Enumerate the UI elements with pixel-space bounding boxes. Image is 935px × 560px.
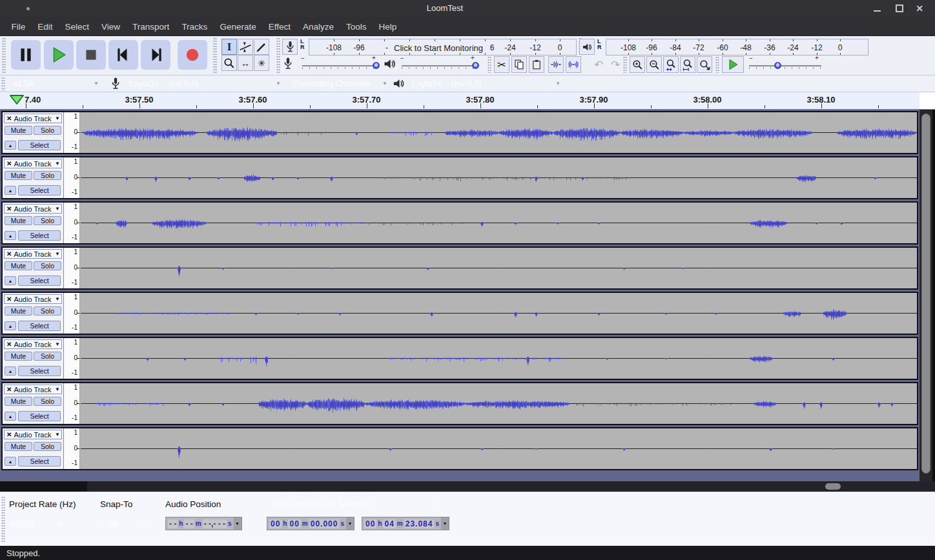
solo-button[interactable]: Solo [34,352,61,361]
playback-device-dropdown-icon[interactable]: ▼ [555,81,560,86]
selection-toolbar-grip[interactable] [1,496,5,543]
track-title-bar[interactable]: ✕Audio Track▼ [4,385,62,394]
menu-tracks[interactable]: Tracks [176,17,214,36]
mute-button[interactable]: Mute [5,171,32,180]
select-button[interactable]: Select [18,275,61,286]
speaker-volume-knob[interactable] [472,62,479,69]
cut-button[interactable]: ✂ [494,56,509,73]
selection-tool-button[interactable]: I [221,39,237,55]
collapse-button[interactable]: ▲ [5,412,16,421]
mute-button[interactable]: Mute [5,306,32,315]
horizontal-scrollbar[interactable] [0,481,935,492]
zoom-in-button[interactable] [630,56,645,73]
mute-button[interactable]: Mute [5,442,32,451]
recording-device-select[interactable]: Layla24: - (hw:0,0) [129,79,199,88]
selection-start-hours[interactable]: 00 [269,519,282,528]
track-title-bar[interactable]: ✕Audio Track▼ [4,249,62,259]
track-name-menu[interactable]: Audio Track [14,386,55,394]
recording-channels-select[interactable]: (Recording Channels [292,79,371,88]
solo-button[interactable]: Solo [34,216,61,225]
timeline-ruler[interactable]: 7.40 3:57.503:57.603:57.703:57.803:57.90… [0,92,935,110]
select-button[interactable]: Select [18,366,61,376]
play-speed-slider[interactable] [749,65,821,66]
mute-button[interactable]: Mute [5,126,32,135]
envelope-tool-button[interactable] [238,39,253,55]
track-name-menu[interactable]: Audio Track [14,431,55,439]
skip-to-start-button[interactable] [108,40,138,70]
stop-button[interactable] [76,40,106,70]
zoom-fit-button[interactable] [680,56,695,73]
waveform-canvas[interactable] [81,248,917,288]
timeshift-tool-button[interactable]: ↔ [238,55,253,71]
record-meter-button[interactable] [282,39,298,55]
menu-help[interactable]: Help [373,17,403,36]
menu-generate[interactable]: Generate [214,17,262,36]
play-at-speed-button[interactable] [722,56,744,73]
horizontal-scrollbar-thumb[interactable] [825,483,841,490]
vertical-scrollbar-thumb[interactable] [921,114,930,474]
track-name-menu[interactable]: Audio Track [14,205,55,213]
collapse-button[interactable]: ▲ [5,457,16,466]
track-menu-dropdown-icon[interactable]: ▼ [55,432,61,437]
vertical-scrollbar[interactable] [920,110,932,481]
selection-start-minutes[interactable]: 00 [288,519,300,528]
select-button[interactable]: Select [18,140,61,150]
audio-position-field[interactable]: - -h- -m- -,- - -s ▼ [165,517,242,530]
menu-transport[interactable]: Transport [127,17,176,36]
zoom-tool-button[interactable] [221,55,237,71]
menu-tools[interactable]: Tools [340,17,373,36]
menu-analyze[interactable]: Analyze [296,17,340,36]
track-vertical-ruler[interactable]: 10-1 [64,383,80,424]
paste-button[interactable] [529,56,544,73]
menu-file[interactable]: File [5,17,32,36]
selection-start-dropdown-icon[interactable]: ▼ [346,517,354,530]
track-vertical-ruler[interactable]: 10-1 [64,112,80,153]
track-name-menu[interactable]: Audio Track [14,341,55,348]
track-close-button[interactable]: ✕ [5,160,14,167]
monitor-text[interactable]: Click to Start Monitoring [394,43,483,53]
maximize-button[interactable] [893,2,906,15]
track-title-bar[interactable]: ✕Audio Track▼ [4,204,62,214]
track-menu-dropdown-icon[interactable]: ▼ [55,115,61,121]
track-name-menu[interactable]: Audio Track [14,115,55,123]
waveform-canvas[interactable] [81,428,917,469]
channels-dropdown-icon[interactable]: ▼ [382,81,387,86]
selection-end-field[interactable]: 00h04m23.084s ▼ [362,517,449,530]
track-name-menu[interactable]: Audio Track [14,160,55,168]
copy-button[interactable] [511,56,527,73]
track-menu-dropdown-icon[interactable]: ▼ [55,206,61,212]
close-button[interactable]: ✕ [913,2,926,15]
audio-position-hours[interactable]: - - [168,519,178,528]
snap-dropdown-icon[interactable]: ▼ [141,521,146,527]
track-close-button[interactable]: ✕ [5,250,14,257]
track-close-button[interactable]: ✕ [5,115,14,122]
record-meter[interactable]: Click to Start Monitoring - 6 -108-96-24… [309,39,577,55]
tools-toolbar-grip[interactable] [213,37,217,74]
waveform-canvas[interactable] [81,338,917,379]
record-button[interactable] [178,40,207,70]
selection-start-field[interactable]: 00h00m00.000s ▼ [267,517,354,530]
waveform-canvas[interactable] [81,383,917,424]
selection-start-seconds[interactable]: 00.000 [309,519,340,528]
track-vertical-ruler[interactable]: 10-1 [64,157,80,198]
selection-mode-select[interactable]: Start and End of Selection [274,499,372,509]
track-name-menu[interactable]: Audio Track [14,250,55,258]
meter-toolbar-grip[interactable] [276,37,280,74]
snap-to-select[interactable]: Off [107,519,118,529]
mute-button[interactable]: Mute [5,352,32,361]
mute-button[interactable]: Mute [5,261,32,270]
select-button[interactable]: Select [18,411,61,421]
track-menu-dropdown-icon[interactable]: ▼ [55,161,61,166]
multi-tool-button[interactable]: ✳ [254,55,269,71]
track-title-bar[interactable]: ✕Audio Track▼ [4,114,62,123]
track-title-bar[interactable]: ✕Audio Track▼ [4,159,62,168]
waveform-canvas[interactable] [81,112,917,153]
speaker-volume-slider[interactable] [402,65,478,66]
mute-button[interactable]: Mute [5,397,32,406]
solo-button[interactable]: Solo [34,442,61,451]
zoom-out-button[interactable] [646,56,662,73]
collapse-button[interactable]: ▲ [5,231,16,240]
track-vertical-ruler[interactable]: 10-1 [64,428,80,469]
silence-audio-button[interactable] [566,56,581,73]
track-vertical-ruler[interactable]: 10-1 [64,203,80,243]
